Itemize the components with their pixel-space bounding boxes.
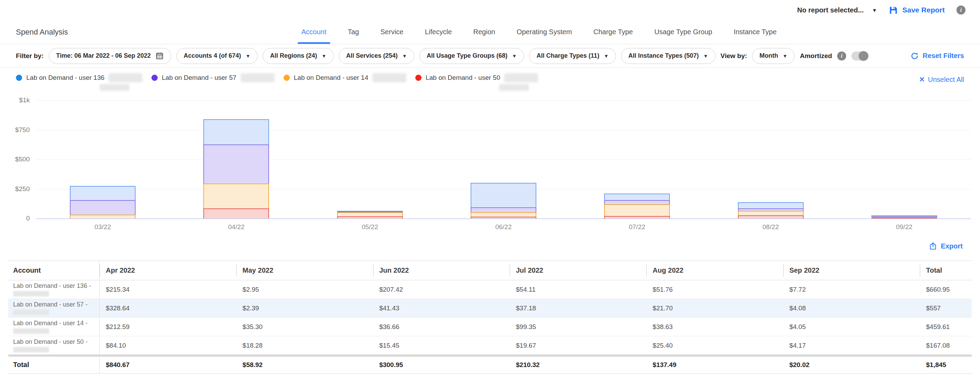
filter-pill-all-regions[interactable]: All Regions (24)▼ (263, 48, 334, 64)
bar-segment-lab-on-demand-user-50[interactable] (203, 208, 269, 218)
tab-service[interactable]: Service (370, 20, 414, 44)
value-cell: $212.59 (100, 317, 236, 336)
legend-item-lab-on-demand-user-14[interactable]: Lab on Demand - user 14 (283, 73, 406, 91)
tab-instance-type[interactable]: Instance Type (723, 20, 788, 44)
filter-pill-time[interactable]: Time: 06 Mar 2022 - 06 Sep 2022 (49, 48, 171, 64)
bar-segment-lab-on-demand-user-57[interactable] (604, 200, 670, 205)
legend-item-lab-on-demand-user-136[interactable]: Lab on Demand - user 136 (16, 73, 142, 91)
value-cell: $35.30 (236, 317, 373, 336)
legend-color-dot (16, 75, 22, 81)
gridline (36, 218, 971, 219)
legend-item-lab-on-demand-user-50[interactable]: Lab on Demand - user 50 (415, 73, 538, 91)
export-label: Export (941, 242, 963, 250)
bar-segment-lab-on-demand-user-136[interactable] (471, 183, 536, 207)
redacted-text (241, 73, 275, 82)
bar-segment-lab-on-demand-user-57[interactable] (203, 144, 269, 183)
bar-segment-lab-on-demand-user-14[interactable] (738, 211, 803, 215)
tab-region[interactable]: Region (463, 20, 506, 44)
report-selector-dropdown[interactable]: No report selected... ▼ (797, 6, 877, 14)
bar-segment-lab-on-demand-user-50[interactable] (471, 217, 536, 218)
stacked-bar-09-22[interactable] (872, 215, 937, 218)
bar-segment-lab-on-demand-user-14[interactable] (70, 214, 135, 218)
tab-account[interactable]: Account (291, 20, 337, 44)
bar-segment-lab-on-demand-user-50[interactable] (872, 218, 937, 218)
bar-segment-lab-on-demand-user-50[interactable] (738, 215, 803, 218)
x-axis-label: 06/22 (437, 223, 570, 231)
bar-segment-lab-on-demand-user-136[interactable] (738, 202, 803, 208)
unselect-all-button[interactable]: ✕ Unselect All (919, 75, 964, 84)
column-header-jun-2022: Jun 2022 (373, 261, 510, 280)
amortized-label: Amortized (800, 52, 832, 60)
y-axis-label: $750 (0, 126, 30, 134)
filter-pill-label: All Usage Type Groups (68) (427, 52, 508, 59)
legend-color-dot (415, 75, 422, 81)
bar-slot-09-22 (838, 100, 971, 218)
tab-tag[interactable]: Tag (337, 20, 370, 44)
tab-lifecycle[interactable]: Lifecycle (414, 20, 463, 44)
reset-filters-button[interactable]: Reset Filters (910, 52, 964, 60)
x-axis-labels: 03/2204/2205/2206/2207/2208/2209/22 (36, 223, 971, 231)
tab-operating-system[interactable]: Operating System (506, 20, 583, 44)
legend-item-label: Lab on Demand - user 57 (162, 74, 236, 82)
filter-pill-all-charge-types[interactable]: All Charge Types (11)▼ (529, 48, 616, 64)
redacted-text (108, 73, 142, 82)
account-cell: Lab on Demand - user 14 - (8, 317, 100, 336)
value-cell: $21.70 (646, 299, 783, 317)
legend-item-main: Lab on Demand - user 14 (283, 73, 406, 82)
stacked-bar-06-22[interactable] (471, 183, 536, 218)
legend-color-dot (151, 75, 158, 81)
filter-pill-accounts-4[interactable]: Accounts 4 (of 674)▼ (177, 48, 258, 64)
bar-segment-lab-on-demand-user-14[interactable] (471, 212, 536, 217)
info-icon[interactable]: i (956, 6, 966, 14)
value-cell: $4.05 (783, 317, 920, 336)
value-cell: $7.72 (783, 280, 920, 298)
filter-pill-all-usage-type-groups[interactable]: All Usage Type Groups (68)▼ (420, 48, 524, 64)
tab-usage-type-group[interactable]: Usage Type Group (644, 20, 723, 44)
y-axis-label: $1k (0, 97, 30, 104)
account-cell: Lab on Demand - user 50 - (8, 336, 100, 355)
bar-slot-04-22 (169, 100, 303, 218)
x-axis-label: 05/22 (303, 223, 437, 231)
bar-slot-07-22 (570, 100, 704, 218)
bar-segment-lab-on-demand-user-50[interactable] (604, 216, 670, 218)
stacked-bar-07-22[interactable] (604, 194, 670, 218)
bar-segment-lab-on-demand-user-50[interactable] (337, 216, 403, 218)
value-cell: $99.35 (510, 317, 646, 336)
bar-segment-lab-on-demand-user-57[interactable] (70, 200, 135, 214)
unselect-all-label: Unselect All (928, 76, 964, 84)
save-report-label: Save Report (902, 6, 945, 14)
export-button[interactable]: Export (929, 242, 963, 250)
bar-segment-lab-on-demand-user-136[interactable] (604, 194, 670, 200)
filter-pill-all-services[interactable]: All Services (254)▼ (339, 48, 414, 64)
value-cell: $459.61 (920, 317, 972, 336)
value-cell: $660.95 (920, 280, 972, 298)
export-row: Export (0, 232, 980, 260)
tab-charge-type[interactable]: Charge Type (583, 20, 644, 44)
amortized-toggle[interactable] (851, 51, 869, 60)
bar-segment-lab-on-demand-user-136[interactable] (203, 119, 269, 145)
value-cell: $51.76 (646, 280, 783, 298)
bar-segment-lab-on-demand-user-57[interactable] (738, 208, 803, 211)
filter-pill-all-instance-types[interactable]: All Instance Types (507)▼ (621, 48, 716, 64)
table-row: Lab on Demand - user 14 -$212.59$35.30$3… (8, 317, 972, 336)
x-axis-label: 03/22 (36, 223, 169, 231)
save-report-button[interactable]: Save Report (889, 6, 945, 15)
bar-segment-lab-on-demand-user-14[interactable] (203, 184, 269, 209)
stacked-bar-05-22[interactable] (337, 211, 403, 218)
stacked-bar-08-22[interactable] (738, 202, 803, 218)
account-name: Lab on Demand - user 136 - (13, 282, 91, 290)
amortized-info-icon[interactable]: i (837, 51, 846, 60)
bar-segment-lab-on-demand-user-14[interactable] (337, 212, 403, 216)
stacked-bar-04-22[interactable] (203, 119, 269, 218)
bar-segment-lab-on-demand-user-14[interactable] (604, 204, 670, 216)
table-total-row: Total$840.67$58.92$300.95$210.32$137.49$… (8, 355, 972, 374)
legend-item-main: Lab on Demand - user 57 (151, 73, 274, 82)
legend-item-label: Lab on Demand - user 136 (26, 74, 105, 82)
view-by-dropdown[interactable]: Month ▼ (752, 48, 795, 64)
bar-segment-lab-on-demand-user-57[interactable] (471, 207, 536, 212)
value-cell: $38.63 (646, 317, 783, 336)
bar-segment-lab-on-demand-user-136[interactable] (70, 186, 135, 200)
legend-item-label: Lab on Demand - user 14 (294, 74, 368, 82)
legend-item-lab-on-demand-user-57[interactable]: Lab on Demand - user 57 (151, 73, 274, 91)
stacked-bar-03-22[interactable] (70, 186, 135, 218)
